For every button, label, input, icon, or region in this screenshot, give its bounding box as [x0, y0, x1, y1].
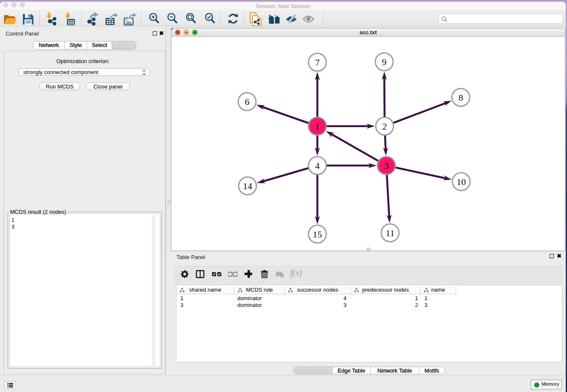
svg-text:14: 14: [243, 181, 252, 191]
svg-text:f(x): f(x): [290, 268, 302, 278]
svg-text:9: 9: [382, 57, 387, 67]
svg-text:15: 15: [313, 229, 322, 240]
svg-text:11: 11: [385, 228, 394, 238]
svg-text:2: 2: [383, 121, 387, 132]
svg-text:1: 1: [315, 121, 320, 132]
svg-text:3: 3: [384, 160, 389, 171]
svg-text:6: 6: [245, 97, 250, 107]
svg-text:4: 4: [315, 160, 320, 171]
svg-text:7: 7: [315, 57, 320, 68]
svg-text:8: 8: [459, 92, 463, 103]
svg-text:10: 10: [457, 177, 466, 187]
